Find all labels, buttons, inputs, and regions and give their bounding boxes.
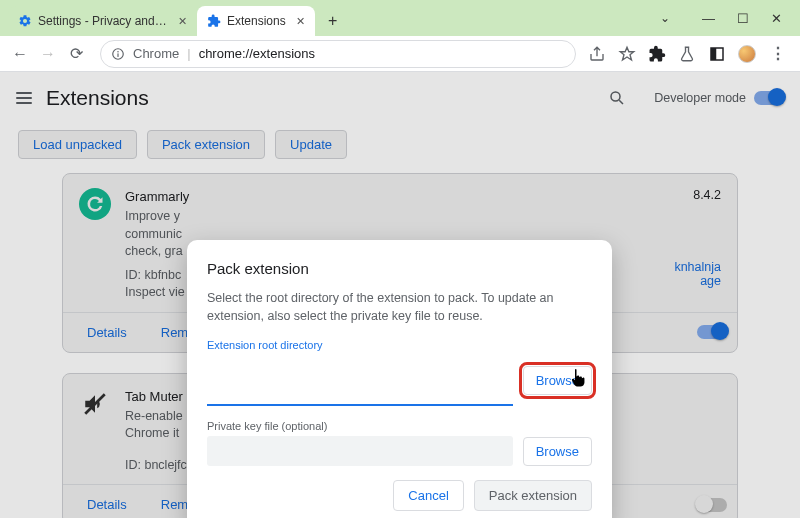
extension-name: Tab Muter — [125, 389, 183, 404]
gear-icon — [18, 14, 32, 28]
dialog-title: Pack extension — [207, 260, 592, 277]
extension-name: Grammarly — [125, 189, 189, 204]
omnibox-separator: | — [187, 46, 190, 61]
private-key-label: Private key file (optional) — [207, 420, 592, 432]
dialog-body: Select the root directory of the extensi… — [207, 289, 592, 325]
avatar[interactable] — [738, 45, 756, 63]
tab-label: Extensions — [227, 14, 286, 28]
star-icon[interactable] — [618, 45, 636, 63]
update-button[interactable]: Update — [275, 130, 347, 159]
tab-extensions[interactable]: Extensions ✕ — [197, 6, 315, 36]
close-window-button[interactable]: ✕ — [771, 11, 782, 26]
details-button[interactable]: Details — [73, 319, 141, 346]
close-icon[interactable]: ✕ — [178, 15, 187, 28]
new-tab-button[interactable]: + — [321, 9, 345, 33]
svg-point-5 — [611, 92, 620, 101]
search-icon[interactable] — [608, 89, 626, 107]
back-button[interactable]: ← — [8, 42, 32, 66]
svg-point-1 — [117, 50, 119, 52]
svg-line-6 — [620, 100, 624, 104]
svg-rect-2 — [117, 53, 118, 57]
extension-enable-toggle[interactable] — [697, 325, 727, 339]
cancel-button[interactable]: Cancel — [393, 480, 463, 511]
tab-strip: Settings - Privacy and security ✕ Extens… — [0, 6, 345, 36]
extension-enable-toggle[interactable] — [697, 498, 727, 512]
minimize-button[interactable]: — — [702, 11, 715, 26]
inspect-views-label: Inspect vie — [125, 284, 189, 302]
grammarly-icon — [79, 188, 111, 220]
pack-extension-dialog: Pack extension Select the root directory… — [187, 240, 612, 518]
omnibox[interactable]: Chrome | chrome://extensions — [100, 40, 576, 68]
details-link[interactable]: knhalnja — [674, 260, 721, 274]
tab-muter-icon — [79, 388, 111, 420]
extensions-puzzle-icon[interactable] — [648, 45, 666, 63]
hamburger-menu-icon[interactable] — [16, 92, 32, 104]
action-bar: Load unpacked Pack extension Update — [0, 124, 800, 173]
close-icon[interactable]: ✕ — [296, 15, 305, 28]
reload-button[interactable]: ⟳ — [64, 42, 88, 66]
extension-id: ID: kbfnbc — [125, 267, 189, 285]
puzzle-icon — [207, 14, 221, 28]
private-key-input[interactable] — [207, 436, 513, 466]
flask-icon[interactable] — [678, 45, 696, 63]
kebab-menu-icon[interactable]: ⋮ — [768, 45, 786, 63]
panel-icon[interactable] — [708, 45, 726, 63]
browse-key-button[interactable]: Browse — [523, 437, 592, 466]
page-header: Extensions Developer mode — [0, 72, 800, 124]
tab-label: Settings - Privacy and security — [38, 14, 168, 28]
toolbar-icons: ⋮ — [588, 45, 792, 63]
site-info-icon[interactable] — [111, 47, 125, 61]
omnibox-url: chrome://extensions — [199, 46, 315, 61]
pack-extension-button[interactable]: Pack extension — [147, 130, 265, 159]
window-controls: ⌄ — ☐ ✕ — [660, 0, 800, 36]
share-icon[interactable] — [588, 45, 606, 63]
maximize-button[interactable]: ☐ — [737, 11, 749, 26]
browser-toolbar: ← → ⟳ Chrome | chrome://extensions ⋮ — [0, 36, 800, 72]
tab-settings-privacy[interactable]: Settings - Privacy and security ✕ — [8, 6, 197, 36]
developer-mode-label: Developer mode — [654, 91, 746, 105]
root-directory-label: Extension root directory — [207, 339, 592, 351]
page-title: Extensions — [46, 86, 594, 110]
chevron-down-icon[interactable]: ⌄ — [660, 11, 680, 25]
developer-mode-toggle[interactable] — [754, 91, 784, 105]
omnibox-product: Chrome — [133, 46, 179, 61]
window-titlebar: Settings - Privacy and security ✕ Extens… — [0, 0, 800, 36]
svg-rect-4 — [711, 48, 716, 60]
browse-root-button[interactable]: Browse — [523, 366, 592, 395]
page-link[interactable]: age — [674, 274, 721, 288]
load-unpacked-button[interactable]: Load unpacked — [18, 130, 137, 159]
forward-button[interactable]: → — [36, 42, 60, 66]
extension-version: 8.4.2 — [674, 188, 721, 202]
details-button[interactable]: Details — [73, 491, 141, 518]
pack-extension-submit-button[interactable]: Pack extension — [474, 480, 592, 511]
root-directory-input[interactable] — [209, 359, 511, 382]
